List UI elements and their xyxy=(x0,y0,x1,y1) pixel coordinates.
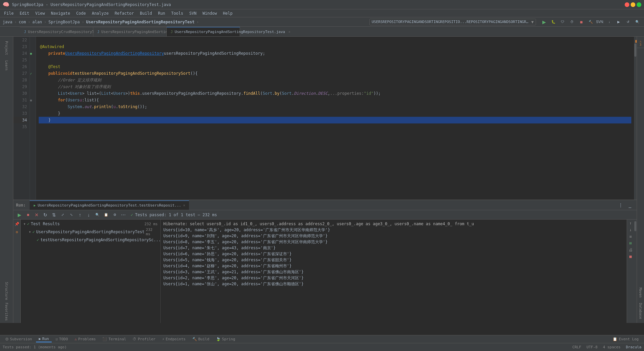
run-export[interactable]: 📋 xyxy=(102,211,110,219)
encoding[interactable]: UTF-8 xyxy=(587,345,598,349)
run-settings[interactable]: ⚙ xyxy=(111,211,119,219)
tab-problems[interactable]: ⚠ Problems xyxy=(72,336,99,342)
sidebar-project[interactable]: Project xyxy=(1,38,12,58)
tab-label-pagingrepotest: UsersRepositoryPagingAndSortingRepositor… xyxy=(175,30,285,34)
sidebar-maven[interactable]: Maven xyxy=(639,285,642,300)
menu-build[interactable]: Build xyxy=(137,10,155,16)
stop-button[interactable]: ■ xyxy=(577,18,585,26)
test-results-root[interactable]: ▾ ✓ Test Results 232 ms xyxy=(21,221,160,227)
menu-file[interactable]: File xyxy=(1,10,16,16)
menu-refactor[interactable]: Refactor xyxy=(112,10,137,16)
minimize-btn[interactable] xyxy=(631,2,635,7)
run-collapse[interactable]: ⤡ xyxy=(67,211,75,219)
run-coverage[interactable]: 🛡 xyxy=(559,18,567,26)
menu-code[interactable]: Code xyxy=(74,10,89,16)
tab-profiler[interactable]: ⏱ Profiler xyxy=(130,336,158,342)
run-panel: Run: ▶ UsersRepositoryPagingAndSortingRe… xyxy=(13,200,637,323)
tab-pagingrepotest[interactable]: J UsersRepositoryPagingAndSortingReposit… xyxy=(167,27,240,36)
run-next[interactable]: ↓ xyxy=(85,211,93,219)
code-lines[interactable]: @Autowired private UsersRepositoryPaging… xyxy=(36,37,634,200)
run-more[interactable]: ⋯ xyxy=(119,211,127,219)
code-line-33: } xyxy=(39,110,631,117)
tab-pagingrepo[interactable]: J UsersRepositoryPagingAndSortingReposit… xyxy=(93,27,167,36)
editor-scrollbar[interactable] xyxy=(634,37,637,200)
nav-alan[interactable]: alan xyxy=(32,20,42,24)
nav-java[interactable]: java xyxy=(3,20,12,24)
run-button[interactable]: ▶ xyxy=(540,18,548,26)
search[interactable]: 🔍 xyxy=(633,18,641,26)
svn-commit[interactable]: ▶ xyxy=(615,18,623,26)
sidebar-structure[interactable]: Structure xyxy=(1,281,12,301)
window-controls[interactable] xyxy=(625,2,641,7)
run-icon: ▶ xyxy=(39,337,41,341)
tab-build[interactable]: 🔨 Build xyxy=(190,336,212,342)
tab-event-log[interactable]: 📋 Event Log xyxy=(610,336,641,342)
run-sort-alpha[interactable]: ⇅ xyxy=(50,211,58,219)
run-icon-align[interactable]: ≡ xyxy=(629,234,632,239)
profile-button[interactable]: ⏱ xyxy=(568,18,576,26)
build-button[interactable]: 🔨 xyxy=(587,18,595,26)
run-config-dropdown[interactable]: ▼ xyxy=(531,20,534,24)
tab-spring[interactable]: 🍃 Spring xyxy=(213,336,238,342)
menu-tools[interactable]: Tools xyxy=(169,10,186,16)
menu-edit[interactable]: Edit xyxy=(17,10,32,16)
theme[interactable]: Dracula xyxy=(626,345,641,349)
run-rerun-failed[interactable]: ↻ xyxy=(41,211,49,219)
tab-run[interactable]: ▶ Run xyxy=(36,336,52,342)
run-output-scrollbar[interactable] xyxy=(634,220,637,323)
run-panel-more[interactable]: ⋮ xyxy=(617,201,625,209)
svn-update[interactable]: ↓ xyxy=(605,18,613,26)
tab-icon-pagingrepo: J xyxy=(97,30,99,34)
sidebar-learn[interactable]: Learn xyxy=(1,59,12,72)
debug-button[interactable]: 🐛 xyxy=(549,18,557,26)
run-icon-up[interactable]: ↑ xyxy=(629,221,632,226)
tab-crudtest[interactable]: J UsersRepositoryCrudRepositoryTest.java… xyxy=(20,27,93,36)
history[interactable]: ↺ xyxy=(624,18,632,26)
run-icon-add[interactable]: ⊞ xyxy=(629,241,632,246)
run-icon-print[interactable]: 🖨 xyxy=(629,248,633,252)
run-icon-pin[interactable]: 📌 xyxy=(14,221,20,227)
build-icon: 🔨 xyxy=(192,337,197,341)
run-icon-down[interactable]: ↓ xyxy=(629,228,632,232)
tab-endpoints[interactable]: ⚡ Endpoints xyxy=(159,336,188,342)
tab-subversion[interactable]: ⏣ Subversion xyxy=(3,336,35,342)
run-toolbar: ▶ ■ ✕ ↻ ⇅ ⤢ ⤡ ↑ ↓ 🔍 📋 ⚙ ⋯ ✓ Tests passed… xyxy=(13,210,637,220)
test-suite[interactable]: ▾ ✓ UsersRepositoryPagingAndSortingRepos… xyxy=(21,227,160,237)
run-stop-red[interactable]: ■ xyxy=(24,211,32,219)
warnings-count: 3 xyxy=(640,43,641,46)
svn-info[interactable]: SVN: xyxy=(596,18,604,26)
menu-run[interactable]: Run xyxy=(155,10,168,16)
tab-terminal[interactable]: ⬛ Terminal xyxy=(100,336,129,342)
test-case[interactable]: ✓ testUsersRepositoryPagingAndSortingRep… xyxy=(21,237,160,243)
close-btn[interactable] xyxy=(625,2,629,7)
run-rerun[interactable]: ▶ xyxy=(15,211,23,219)
run-tab-close[interactable]: × xyxy=(183,204,185,207)
run-panel-minimize[interactable]: _ xyxy=(626,201,634,209)
run-tab-main[interactable]: ▶ UsersRepositoryPagingAndSortingReposit… xyxy=(30,201,189,210)
menu-window[interactable]: Window xyxy=(200,10,219,16)
run-prev[interactable]: ↑ xyxy=(76,211,84,219)
menu-navigate[interactable]: Navigate xyxy=(48,10,73,16)
run-icon-settings[interactable]: ⚙ xyxy=(14,229,20,235)
run-icon-stop[interactable]: ■ xyxy=(629,254,632,259)
run-output[interactable]: Hibernate: select users0_.id as id1_0_, … xyxy=(161,220,627,323)
menu-analyze[interactable]: Analyze xyxy=(89,10,111,16)
nav-com[interactable]: com xyxy=(19,20,26,24)
tab-close-pagingrepotest[interactable]: × xyxy=(288,30,290,34)
tab-todo[interactable]: ☑ TODO xyxy=(53,336,71,342)
nav-class[interactable]: UsersRepositoryPagingAndSortingRepositor… xyxy=(86,20,194,24)
run-search-filter[interactable]: 🔍 xyxy=(93,211,101,219)
sidebar-favorites[interactable]: Favorites xyxy=(1,302,12,322)
indent[interactable]: 4 spaces xyxy=(603,345,621,349)
run-expand[interactable]: ⤢ xyxy=(59,211,67,219)
nav-springbootjpa[interactable]: SpringBootJpa xyxy=(48,20,80,24)
menu-help[interactable]: Help xyxy=(220,10,235,16)
sidebar-database[interactable]: Database xyxy=(639,300,642,322)
menu-view[interactable]: View xyxy=(33,10,48,16)
line-ending[interactable]: CRLF xyxy=(572,345,581,349)
maximize-btn[interactable] xyxy=(637,2,641,7)
code-line-31: for(Users u:list){ xyxy=(39,97,631,103)
run-stop-x[interactable]: ✕ xyxy=(33,211,41,219)
menu-svn[interactable]: SVN xyxy=(187,10,199,16)
check-root: ✓ xyxy=(27,222,29,226)
